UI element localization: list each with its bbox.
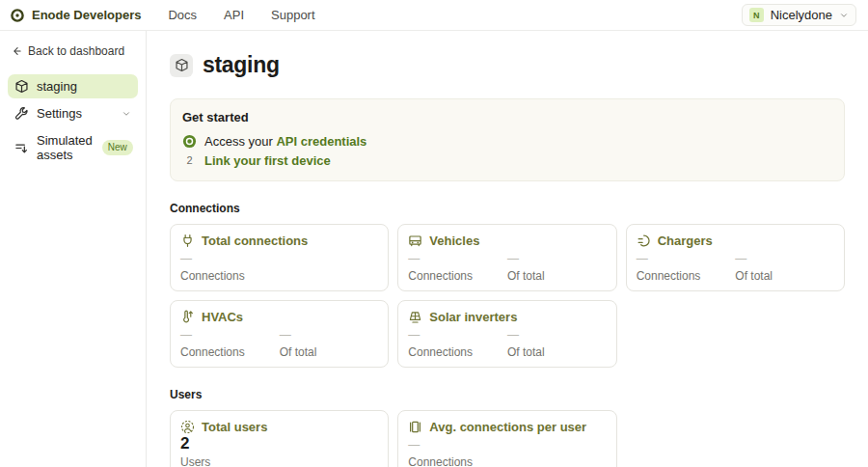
nav-api[interactable]: API — [224, 8, 244, 22]
arrow-left-icon — [11, 45, 22, 57]
columns-icon — [408, 420, 422, 434]
api-credentials-link[interactable]: API credentials — [276, 134, 366, 149]
brand-label: Enode Developers — [32, 8, 141, 22]
charger-icon — [637, 234, 651, 248]
stat-of-total: — Of total — [735, 253, 834, 283]
stat-of-total: — Of total — [507, 329, 607, 359]
get-started-heading: Get started — [182, 110, 832, 124]
card-title: Avg. connections per user — [429, 420, 586, 434]
step-prefix: Access your — [204, 134, 276, 149]
step-done-icon — [182, 134, 197, 149]
solar-panel-icon — [408, 310, 422, 324]
card-title: Total users — [202, 420, 267, 434]
user-icon — [180, 420, 195, 434]
back-to-dashboard-label: Back to dashboard — [28, 44, 124, 58]
stat-connections: — Connections — [408, 329, 507, 359]
get-started-step-link-device: 2 Link your first device — [182, 152, 832, 168]
stat-connections: — Connections — [408, 439, 507, 467]
card-vehicles: Vehicles — Connections — Of total — [397, 224, 616, 291]
enode-logo-icon — [10, 8, 25, 23]
stat-connections: — Connections — [180, 253, 280, 283]
account-menu-button[interactable]: N Nicelydone — [742, 4, 856, 26]
brand[interactable]: Enode Developers — [10, 8, 141, 23]
card-title: Chargers — [658, 234, 713, 248]
card-title: Solar inverters — [429, 310, 517, 324]
sidebar-item-label: staging — [37, 79, 77, 94]
card-title: HVACs — [202, 310, 243, 324]
stat-users: 2 Users — [180, 435, 280, 467]
users-cards: Total users 2 Users Avg. connections per… — [170, 410, 845, 467]
stat-of-total: — Of total — [507, 253, 607, 283]
thermometer-icon — [180, 310, 195, 324]
card-total-connections: Total connections — Connections — [170, 224, 389, 291]
sidebar-item-settings[interactable]: Settings — [8, 101, 138, 125]
cube-icon — [170, 54, 193, 77]
chevron-down-icon[interactable] — [122, 109, 131, 119]
nav-support[interactable]: Support — [271, 8, 315, 22]
back-to-dashboard-link[interactable]: Back to dashboard — [11, 44, 138, 58]
sidebar-item-simulated-assets[interactable]: Simulated assets New — [8, 128, 138, 167]
stat-connections: — Connections — [637, 253, 736, 283]
account-name: Nicelydone — [771, 8, 832, 22]
plug-icon — [180, 234, 195, 248]
connections-cards: Total connections — Connections Vehicles — [170, 224, 845, 368]
page-title: staging — [203, 52, 280, 78]
card-title: Total connections — [202, 234, 308, 248]
stat-connections: — Connections — [180, 329, 280, 359]
chevron-down-icon — [839, 11, 849, 20]
car-icon — [408, 234, 422, 248]
stat-connections: — Connections — [408, 253, 507, 283]
step-number: 2 — [182, 154, 197, 166]
card-total-users: Total users 2 Users — [170, 410, 389, 467]
users-section-heading: Users — [170, 388, 845, 401]
wrench-icon — [14, 106, 29, 121]
get-started-step-credentials: Access your API credentials — [182, 133, 832, 149]
link-first-device-link[interactable]: Link your first device — [204, 153, 331, 168]
card-solar-inverters: Solar inverters — Connections — Of total — [397, 300, 616, 368]
main-content: staging Get started Access your API cred… — [147, 31, 868, 467]
sidebar: Back to dashboard staging Settings Simul… — [0, 31, 147, 467]
sliders-icon — [14, 141, 29, 155]
cube-icon — [14, 79, 29, 94]
page-header: staging — [170, 52, 845, 78]
card-title: Vehicles — [429, 234, 479, 248]
card-hvacs: HVACs — Connections — Of total — [170, 300, 389, 368]
stat-of-total: — Of total — [280, 329, 379, 359]
topbar-nav: Docs API Support — [168, 8, 314, 22]
account-initial-badge: N — [749, 8, 764, 22]
sidebar-item-label: Simulated assets — [37, 133, 93, 162]
sidebar-item-staging[interactable]: staging — [8, 74, 138, 98]
get-started-panel: Get started Access your API credentials … — [170, 98, 845, 181]
card-avg-connections-per-user: Avg. connections per user — Connections — [397, 410, 616, 467]
nav-docs[interactable]: Docs — [168, 8, 197, 22]
new-badge: New — [102, 140, 133, 155]
connections-section-heading: Connections — [170, 202, 845, 215]
topbar: Enode Developers Docs API Support N Nice… — [0, 0, 868, 31]
sidebar-item-label: Settings — [37, 106, 82, 121]
card-chargers: Chargers — Connections — Of total — [626, 224, 845, 291]
